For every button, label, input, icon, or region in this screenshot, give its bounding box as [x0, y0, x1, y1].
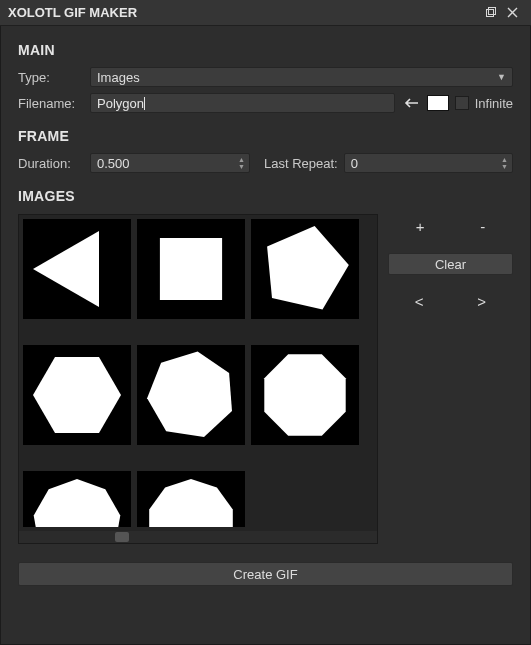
duration-label: Duration:: [18, 156, 84, 171]
restore-icon: [485, 7, 496, 18]
app-window: XOLOTL GIF MAKER MAIN Type: Images ▼ Fil…: [0, 0, 531, 645]
last-repeat-input[interactable]: 0 ▲▼: [344, 153, 513, 173]
last-repeat-label: Last Repeat:: [264, 156, 338, 171]
remove-image-button[interactable]: -: [480, 218, 485, 235]
images-area: + - Clear < >: [18, 214, 513, 544]
svg-marker-4: [267, 226, 349, 309]
svg-marker-5: [33, 357, 121, 433]
add-remove-row: + -: [388, 218, 513, 235]
chevron-down-icon: ▼: [497, 72, 506, 82]
frame-row: Duration: 0.500 ▲▼ Last Repeat: 0 ▲▼: [18, 152, 513, 174]
close-button[interactable]: [501, 3, 523, 23]
heptagon-icon: [137, 345, 245, 445]
triangle-icon: [23, 219, 131, 319]
next-image-button[interactable]: >: [477, 293, 486, 310]
titlebar: XOLOTL GIF MAKER: [0, 0, 531, 26]
filename-row: Filename: Polygon Infinite: [18, 92, 513, 114]
duration-value: 0.500: [97, 156, 130, 171]
clear-button[interactable]: Clear: [388, 253, 513, 275]
hexagon-icon: [23, 345, 131, 445]
type-label: Type:: [18, 70, 84, 85]
thumbnail-octagon[interactable]: [251, 345, 359, 445]
square-icon: [137, 219, 245, 319]
svg-marker-8: [34, 479, 121, 527]
thumbnail-decagon[interactable]: [137, 471, 245, 527]
type-value: Images: [97, 70, 140, 85]
type-select[interactable]: Images ▼: [90, 67, 513, 87]
navigate-row: < >: [388, 293, 513, 310]
filename-input[interactable]: Polygon: [90, 93, 395, 113]
thumbnail-triangle[interactable]: [23, 219, 131, 319]
thumbnail-square[interactable]: [137, 219, 245, 319]
frame-section-header: FRAME: [18, 128, 513, 144]
main-section-header: MAIN: [18, 42, 513, 58]
pentagon-icon: [251, 219, 359, 319]
images-section-header: IMAGES: [18, 188, 513, 204]
svg-marker-3: [160, 238, 222, 300]
arrow-left-icon: [404, 97, 418, 109]
text-caret: [144, 97, 145, 110]
svg-rect-0: [486, 10, 493, 17]
filename-value: Polygon: [97, 96, 144, 111]
thumbnail-nonagon[interactable]: [23, 471, 131, 527]
thumbnails-grid: [23, 219, 373, 544]
thumbnail-hexagon[interactable]: [23, 345, 131, 445]
prev-image-button[interactable]: <: [415, 293, 424, 310]
svg-marker-2: [33, 231, 99, 307]
svg-marker-7: [264, 354, 345, 435]
last-repeat-value: 0: [351, 156, 358, 171]
spinner-arrows-icon: ▲▼: [238, 154, 245, 172]
add-image-button[interactable]: +: [416, 218, 425, 235]
decagon-icon: [137, 473, 245, 527]
restore-button[interactable]: [479, 3, 501, 23]
thumbnail-pentagon[interactable]: [251, 219, 359, 319]
close-icon: [507, 7, 518, 18]
filename-label: Filename:: [18, 96, 84, 111]
svg-rect-1: [488, 8, 495, 15]
thumbnails-panel: [18, 214, 378, 544]
thumbnail-heptagon[interactable]: [137, 345, 245, 445]
spinner-arrows-icon: ▲▼: [501, 154, 508, 172]
create-gif-button[interactable]: Create GIF: [18, 562, 513, 586]
color-swatch[interactable]: [427, 95, 449, 111]
back-button[interactable]: [401, 93, 421, 113]
infinite-checkbox[interactable]: [455, 96, 469, 110]
duration-input[interactable]: 0.500 ▲▼: [90, 153, 250, 173]
content-area: MAIN Type: Images ▼ Filename: Polygon In…: [0, 26, 531, 645]
infinite-label: Infinite: [475, 96, 513, 111]
svg-marker-6: [147, 352, 232, 438]
nonagon-icon: [23, 473, 131, 527]
octagon-icon: [251, 345, 359, 445]
svg-marker-9: [149, 479, 233, 527]
create-row: Create GIF: [18, 562, 513, 586]
window-title: XOLOTL GIF MAKER: [8, 5, 479, 20]
images-side-controls: + - Clear < >: [388, 214, 513, 544]
scrollbar-handle[interactable]: [115, 532, 129, 542]
scrollbar-horizontal[interactable]: [19, 531, 377, 543]
type-row: Type: Images ▼: [18, 66, 513, 88]
